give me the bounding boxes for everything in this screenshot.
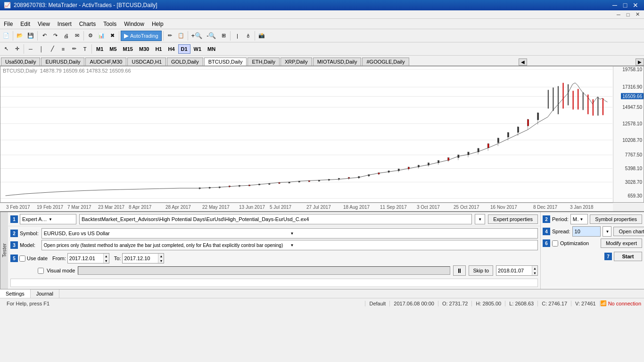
tab-btcusd[interactable]: BTCUSD,Daily [204, 58, 247, 66]
pencil-btn[interactable]: ✏ [165, 31, 175, 41]
badge-7-start: 7 [604, 253, 612, 260]
tab-eth[interactable]: ETH,Daily [248, 58, 280, 66]
candle-btn[interactable]: 🕯 [243, 31, 253, 41]
spread-input[interactable] [572, 226, 601, 237]
tf-m1[interactable]: M1 [93, 44, 106, 54]
save-btn[interactable]: 💾 [25, 31, 36, 41]
tab-audchf[interactable]: AUDCHF,M30 [85, 58, 126, 66]
cursor-btn[interactable]: ↖ [1, 44, 11, 54]
tab-usa500daily[interactable]: Usa500,Daily [1, 58, 40, 66]
open-chart-btn[interactable]: Open chart [613, 227, 644, 236]
start-button[interactable]: Start [614, 252, 642, 261]
expert-advisor-dropdown[interactable]: Expert Advisor ▼ [20, 214, 76, 224]
use-date-checkbox[interactable] [19, 255, 25, 262]
tab-xrp[interactable]: XRP,Daily [281, 58, 312, 66]
menu-help[interactable]: Help [148, 19, 167, 29]
tf-m15[interactable]: M15 [120, 44, 136, 54]
tf-w1[interactable]: W1 [191, 44, 205, 54]
tf-d1[interactable]: D1 [178, 44, 190, 54]
to-date-up[interactable]: ▲ [158, 254, 164, 258]
tf-h1[interactable]: H1 [152, 44, 165, 54]
tester-side-label[interactable]: Tester [0, 212, 8, 289]
textlabel-btn[interactable]: T [80, 44, 90, 54]
spread-dropdown[interactable]: ▼ [603, 226, 612, 237]
template-btn[interactable]: 📋 [176, 31, 186, 41]
to-date-down[interactable]: ▼ [158, 258, 164, 263]
skip-to-date-field[interactable] [496, 267, 532, 274]
tab-usdcad[interactable]: USDCAD,H1 [127, 58, 166, 66]
expert-properties-btn[interactable]: Expert properties [488, 214, 538, 224]
from-date-down[interactable]: ▼ [103, 258, 109, 263]
remove-btn[interactable]: ✖ [107, 31, 117, 41]
tf-h4[interactable]: H4 [165, 44, 177, 54]
channel-btn[interactable]: ≡ [58, 44, 68, 54]
skip-to-date-input[interactable]: ▲ ▼ [496, 265, 538, 276]
pause-button[interactable]: ⏸ [453, 265, 466, 276]
inner-restore[interactable]: □ [623, 10, 633, 19]
maximize-button[interactable]: □ [620, 0, 630, 10]
from-date-up[interactable]: ▲ [103, 254, 109, 258]
inner-close[interactable]: ✕ [633, 10, 642, 19]
symbol-properties-btn[interactable]: Symbol properties [590, 214, 642, 224]
hline-btn[interactable]: ─ [25, 44, 36, 54]
symbol-dropdown[interactable]: EURUSD, Euro vs US Dollar ▼ [41, 228, 538, 239]
menu-edit[interactable]: Edit [17, 19, 34, 29]
skip-to-button[interactable]: Skip to [469, 265, 493, 276]
vline-btn[interactable]: │ [36, 44, 47, 54]
symbol-row-right: EURUSD, Euro vs US Dollar ▼ [41, 228, 538, 239]
modify-expert-btn[interactable]: Modify expert [601, 239, 642, 248]
menu-insert[interactable]: Insert [54, 19, 75, 29]
open-btn[interactable]: 📂 [15, 31, 25, 41]
skip-date-up[interactable]: ▲ [532, 266, 537, 271]
tf-m30[interactable]: M30 [136, 44, 152, 54]
model-dropdown[interactable]: Open prices only (fastest method to anal… [41, 240, 538, 250]
indicator-btn[interactable]: 📊 [96, 31, 107, 41]
bar-btn[interactable]: | [232, 31, 242, 41]
menu-charts[interactable]: Charts [75, 19, 99, 29]
status-bar: For Help, press F1 Default 2017.06.08 00… [0, 298, 644, 308]
trendline-btn[interactable]: ╱ [47, 44, 58, 54]
to-date-field[interactable] [123, 255, 158, 262]
tf-mn[interactable]: MN [205, 44, 218, 54]
ea-path-dropdown[interactable]: ▼ [475, 214, 485, 224]
tab-nav-right[interactable]: ▶ [636, 58, 644, 66]
screenshot-btn[interactable]: 📸 [256, 31, 267, 41]
email-btn[interactable]: ✉ [72, 31, 82, 41]
tab-eurusd[interactable]: EURUSD,Daily [41, 58, 84, 66]
new-chart-btn[interactable]: 📄 [1, 31, 11, 41]
menu-tools[interactable]: Tools [99, 19, 120, 29]
menu-window[interactable]: Window [120, 19, 148, 29]
auto-scroll-btn[interactable]: ⊞ [218, 31, 229, 41]
journal-tab[interactable]: Journal [31, 289, 59, 298]
to-date-input[interactable]: ▲ ▼ [122, 253, 164, 263]
tab-miotausd[interactable]: MIOTAUSD,Daily [313, 58, 362, 66]
time-feb2017: 3 Feb 2017 [6, 205, 30, 210]
minimize-button[interactable]: ─ [610, 0, 619, 10]
print-btn[interactable]: 🖨 [61, 31, 71, 41]
tf-m5[interactable]: M5 [107, 44, 119, 54]
crosshair-btn[interactable]: ✛ [12, 44, 22, 54]
redo-btn[interactable]: ↷ [50, 31, 60, 41]
autotrading-button[interactable]: ▶ AutoTrading [121, 31, 162, 41]
tab-gold[interactable]: GOLD,Daily [167, 58, 203, 66]
from-date-field[interactable] [68, 255, 103, 262]
zoom-out-btn[interactable]: -🔍 [205, 31, 218, 41]
menu-view[interactable]: View [34, 19, 54, 29]
optimization-checkbox[interactable] [552, 240, 558, 247]
zoom-in-btn[interactable]: +🔍 [190, 31, 205, 41]
pencil2-btn[interactable]: ✏ [69, 44, 79, 54]
model-arrow: ▼ [290, 243, 536, 247]
inner-minimize[interactable]: ─ [614, 10, 623, 19]
chart-props-btn[interactable]: ⚙ [85, 31, 96, 41]
settings-tab[interactable]: Settings [0, 289, 31, 298]
close-button[interactable]: ✕ [631, 0, 640, 10]
tab-google[interactable]: #GOOGLE,Daily [362, 58, 409, 66]
skip-date-down[interactable]: ▼ [532, 271, 537, 275]
tab-nav-left[interactable]: ◀ [519, 58, 527, 66]
ea-path-input[interactable] [79, 214, 472, 224]
visual-mode-checkbox[interactable] [38, 268, 44, 274]
from-date-input[interactable]: ▲ ▼ [67, 253, 109, 263]
undo-btn[interactable]: ↶ [39, 31, 50, 41]
period-dropdown[interactable]: M1 ▼ [570, 214, 588, 224]
menu-file[interactable]: File [0, 19, 17, 29]
